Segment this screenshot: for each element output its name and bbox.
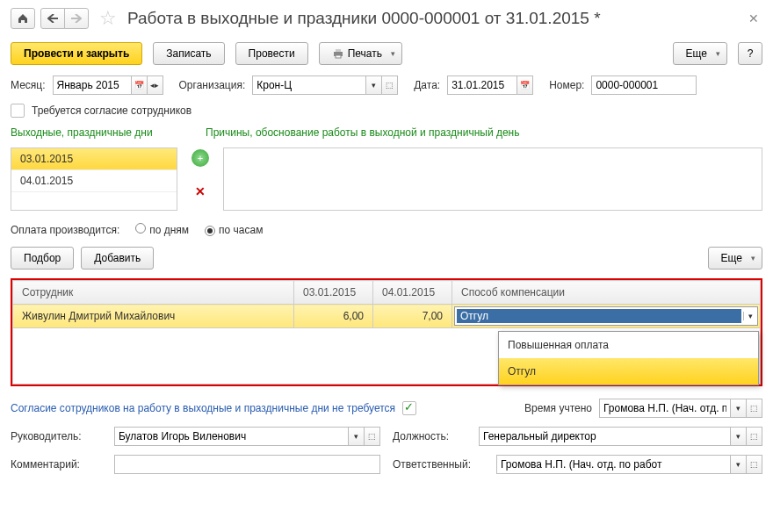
reason-label: Причины, обоснование работы в выходной и… [206,126,519,139]
head-input[interactable] [114,427,349,446]
org-open-icon[interactable]: ⬚ [382,75,398,95]
forward-button[interactable] [64,8,89,29]
by-hours-radio[interactable]: по часам [205,224,263,236]
date-picker-icon[interactable]: 📅 [517,75,533,95]
dates-list[interactable]: 03.01.2015 04.01.2015 [11,147,177,211]
consent-status-checkbox[interactable] [402,401,416,415]
time-label: Время учтено [524,402,592,414]
cell-compensation[interactable]: Отгул ▾ [452,305,761,328]
holidays-label: Выходные, праздничные дни [11,126,191,139]
dropdown-icon[interactable]: ▾ [349,427,365,446]
org-input[interactable] [252,75,366,95]
favorite-icon[interactable]: ☆ [99,7,117,30]
svg-rect-1 [336,49,341,52]
consent-checkbox[interactable] [11,104,25,118]
col-compensation[interactable]: Способ компенсации [452,281,761,305]
month-spinner[interactable]: ◂▸ [148,75,163,95]
by-days-radio[interactable]: по дням [135,223,189,236]
post-and-close-button[interactable]: Провести и закрыть [11,42,142,65]
number-label: Номер: [549,79,584,91]
responsible-input[interactable] [496,455,731,474]
more-button[interactable]: Еще [673,42,727,65]
date-row[interactable]: 04.01.2015 [11,170,177,192]
col-date1[interactable]: 03.01.2015 [294,281,373,305]
add-date-button[interactable]: + [191,149,209,167]
employee-grid: Сотрудник 03.01.2015 04.01.2015 Способ к… [11,278,762,386]
date-row[interactable]: 03.01.2015 [11,148,177,170]
date-label: Дата: [414,79,440,91]
cell-hours1[interactable]: 6,00 [294,305,373,328]
open-icon[interactable]: ⬚ [747,455,762,474]
delete-date-button[interactable]: ✕ [191,183,209,200]
chevron-down-icon[interactable]: ▾ [743,312,757,320]
printer-icon [332,48,344,59]
month-picker-icon[interactable]: 📅 [132,75,148,95]
dropdown-icon[interactable]: ▾ [731,427,747,446]
help-button[interactable]: ? [738,42,762,65]
time-input[interactable] [599,399,731,418]
dropdown-option[interactable]: Повышенная оплата [499,332,758,358]
month-label: Месяц: [11,79,46,91]
table-row[interactable]: Живулин Дмитрий Михайлович 6,00 7,00 Отг… [13,305,761,328]
col-employee[interactable]: Сотрудник [13,281,294,305]
post-button[interactable]: Провести [235,42,308,65]
cell-hours2[interactable]: 7,00 [373,305,452,328]
org-dropdown-icon[interactable]: ▾ [366,75,382,95]
dropdown-option[interactable]: Отгул [499,358,758,385]
compensation-dropdown[interactable]: Повышенная оплата Отгул [498,331,759,385]
org-label: Организация: [179,79,246,91]
payment-label: Оплата производится: [11,224,119,236]
open-icon[interactable]: ⬚ [747,427,762,446]
number-input[interactable] [591,75,697,95]
save-button[interactable]: Записать [153,42,224,65]
close-button[interactable]: ✕ [745,8,762,29]
head-label: Руководитель: [11,430,107,442]
svg-rect-2 [336,55,341,58]
consent-link[interactable]: Согласие сотрудников на работу в выходны… [11,402,395,414]
open-icon[interactable]: ⬚ [365,427,380,446]
page-title: Работа в выходные и праздники 0000-00000… [127,9,601,28]
home-button[interactable] [11,8,35,29]
open-icon[interactable]: ⬚ [747,399,762,418]
col-date2[interactable]: 04.01.2015 [373,281,452,305]
print-button[interactable]: Печать [319,42,402,65]
month-input[interactable] [53,75,132,95]
cell-name[interactable]: Живулин Дмитрий Михайлович [13,305,294,328]
select-button[interactable]: Подбор [11,247,74,270]
back-button[interactable] [40,8,65,29]
comment-input[interactable] [114,455,380,474]
responsible-label: Ответственный: [393,458,489,471]
position-label: Должность: [393,430,472,442]
dropdown-icon[interactable]: ▾ [731,455,747,474]
date-input[interactable] [447,75,517,95]
grid-more-button[interactable]: Еще [708,247,762,270]
comment-label: Комментарий: [11,458,107,471]
position-input[interactable] [479,427,731,446]
reason-textarea[interactable] [223,147,762,211]
dropdown-icon[interactable]: ▾ [731,399,747,418]
consent-label: Требуется согласие сотрудников [32,104,191,117]
add-row-button[interactable]: Добавить [81,247,154,270]
